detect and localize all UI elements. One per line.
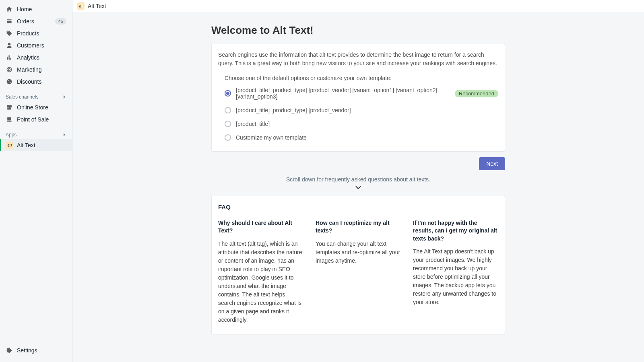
faq-question: If I'm not happy with the results, can I… [413,219,498,243]
section-label: Apps [6,132,17,138]
nav-analytics[interactable]: Analytics [0,51,72,64]
scroll-hint: Scroll down for frequently asked questio… [211,176,505,184]
choose-label: Choose one of the default options or cus… [225,75,498,81]
recommended-badge: Recommended [455,90,498,97]
faq-item: Why should I care about Alt Text? The al… [218,219,303,324]
faq-item: How can I reoptimize my alt texts? You c… [316,219,401,324]
topbar-title: Alt Text [88,3,106,9]
chevron-right-icon [62,133,66,137]
faq-question: Why should I care about Alt Text? [218,219,303,235]
tag-icon [6,30,13,37]
apps-header[interactable]: Apps [0,129,72,139]
content: Welcome to Alt Text! Search engines use … [72,12,644,362]
nav-label: Online Store [17,104,48,111]
nav-orders[interactable]: Orders 45 [0,15,72,27]
alt-text-app-icon: 🏷 [77,2,85,10]
app-label: Alt Text [17,142,35,148]
svg-point-1 [8,69,10,71]
nav-marketing[interactable]: Marketing [0,64,72,76]
actions: Next [211,157,505,170]
chevron-down-icon [211,185,505,189]
main: 🏷 Alt Text Welcome to Alt Text! Search e… [72,0,644,362]
nav-customers[interactable]: Customers [0,39,72,51]
nav-label: Analytics [17,54,39,61]
settings-label: Settings [17,347,37,354]
nav-point-of-sale[interactable]: Point of Sale [0,113,72,125]
chevron-right-icon [62,95,66,99]
next-button[interactable]: Next [479,157,505,170]
faq-question: How can I reoptimize my alt texts? [316,219,401,235]
home-icon [6,6,13,13]
svg-point-4 [10,82,10,83]
faq-card: FAQ Why should I care about Alt Text? Th… [211,196,505,334]
person-icon [6,42,13,49]
nav-label: Products [17,30,39,37]
radio-label: [product_title] [236,121,270,127]
orders-badge: 45 [55,18,66,25]
nav-discounts[interactable]: Discounts [0,76,72,88]
template-option-3[interactable]: Customize my own template [225,134,498,141]
nav-label: Orders [17,18,34,25]
radio-icon [225,107,231,113]
nav-label: Customers [17,42,44,49]
nav-online-store[interactable]: Online Store [0,101,72,113]
svg-point-2 [7,79,12,84]
nav-label: Discounts [17,78,41,85]
app-alt-text[interactable]: 🏷 Alt Text [0,139,72,151]
alt-text-app-icon: 🏷 [6,142,13,149]
pos-icon [6,116,13,123]
svg-point-3 [8,80,9,81]
radio-label: [product_title] [product_type] [product_… [236,87,451,100]
template-option-0[interactable]: [product_title] [product_type] [product_… [225,87,498,100]
template-card: Search engines use the information that … [211,44,505,152]
target-icon [6,66,13,73]
orders-icon [6,18,13,25]
gear-icon [6,347,13,354]
faq-answer: The Alt Text app doesn't back up your pr… [413,247,498,306]
faq-answer: You can change your alt text templates a… [316,240,401,265]
radio-label: Customize my own template [236,134,307,141]
faq-title: FAQ [218,204,498,210]
page-title: Welcome to Alt Text! [211,24,505,37]
radio-icon [225,121,231,127]
store-icon [6,104,13,111]
sidebar: Home Orders 45 Products Customers Anal [0,0,72,362]
radio-icon [225,134,231,141]
nav-label: Marketing [17,66,41,73]
topbar: 🏷 Alt Text [72,0,644,12]
nav-home[interactable]: Home [0,3,72,15]
nav-label: Point of Sale [17,116,49,123]
template-option-1[interactable]: [product_title] [product_type] [product_… [225,107,498,113]
nav-label: Home [17,6,32,12]
faq-answer: The alt text (alt tag), which is an attr… [218,240,303,324]
section-label: Sales channels [6,94,38,100]
radio-icon [225,90,231,97]
nav-products[interactable]: Products [0,27,72,39]
percent-icon [6,78,13,85]
intro-text: Search engines use the information that … [218,51,498,68]
analytics-icon [6,54,13,61]
sales-channels-header[interactable]: Sales channels [0,91,72,101]
template-option-2[interactable]: [product_title] [225,121,498,127]
svg-point-0 [7,67,11,72]
radio-label: [product_title] [product_type] [product_… [236,107,351,113]
nav-settings[interactable]: Settings [0,343,72,362]
faq-item: If I'm not happy with the results, can I… [413,219,498,324]
